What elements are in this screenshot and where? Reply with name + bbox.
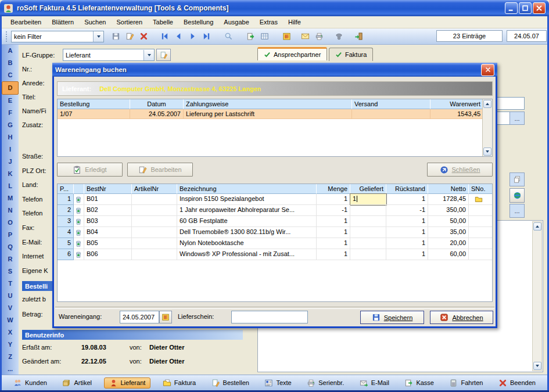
col-netto[interactable]: Netto (428, 184, 469, 194)
order-row[interactable]: 1/07 24.05.2007 Lieferung per Lastschrif… (58, 109, 492, 119)
letter-cell[interactable]: Y (2, 338, 19, 350)
letter-cell[interactable]: J (2, 156, 19, 168)
print-button[interactable] (312, 30, 326, 44)
letter-cell[interactable]: B (2, 57, 19, 69)
letter-cell[interactable]: A (2, 45, 19, 57)
geliefert-edit-cell[interactable]: 1 (350, 194, 386, 205)
tab-ansprechpartner[interactable]: Ansprechpartner (257, 47, 327, 60)
menu-item[interactable]: Sortieren (111, 17, 148, 27)
minimize-button[interactable] (505, 2, 518, 14)
letter-cell[interactable]: R (2, 253, 19, 265)
menu-item[interactable]: Suchen (79, 17, 111, 27)
nav-kasse[interactable]: Kasse (401, 377, 437, 389)
col-datum[interactable]: Datum (130, 99, 184, 109)
col-pos[interactable]: P... (58, 184, 74, 194)
lieferschein-input[interactable] (231, 311, 308, 323)
item-row[interactable]: 5 B05 Nylon Notebooktasche 1 1 20,00 (58, 238, 492, 249)
col-bestnr[interactable]: BestNr (84, 184, 132, 194)
letter-cell[interactable]: K (2, 168, 19, 180)
erledigt-button[interactable]: Erledigt (57, 163, 123, 177)
scroll-up-icon[interactable] (533, 222, 541, 231)
menu-item[interactable]: Hilfe (283, 17, 306, 27)
nav-kunden[interactable]: Kunden (10, 377, 51, 389)
date-picker-button[interactable] (159, 311, 172, 323)
internet-globe-button[interactable] (509, 188, 525, 203)
lf-gruppe-edit-button[interactable] (156, 49, 171, 61)
col-bestellung[interactable]: Bestellung (58, 99, 130, 109)
next-record-button[interactable] (185, 30, 199, 44)
letter-cell[interactable]: ... (2, 362, 19, 375)
letter-cell[interactable]: O (2, 217, 19, 229)
item-row[interactable]: 6 B06 Windows® XP Professional - mit Zus… (58, 249, 492, 260)
nav-faktura[interactable]: Faktura (159, 377, 199, 389)
nav-lieferant[interactable]: Lieferant (104, 377, 151, 389)
scroll-down-icon[interactable] (483, 148, 491, 156)
letter-cell[interactable]: P (2, 229, 19, 241)
last-record-button[interactable] (199, 30, 213, 44)
menu-item[interactable]: Bearbeiten (5, 17, 46, 27)
speichern-button[interactable]: Speichern (360, 311, 424, 324)
col-geliefert[interactable]: Geliefert (350, 184, 386, 194)
nav-email[interactable]: E-Mail (356, 377, 393, 389)
item-row[interactable]: 1 B01 Inspiron 5150 Spezialangebot 1 1 1… (58, 194, 492, 205)
scroll-up-icon[interactable] (483, 100, 491, 108)
tab-faktura[interactable]: Faktura (329, 48, 373, 61)
col-versand[interactable]: Versand (352, 99, 430, 109)
abbrechen-button[interactable]: Abbrechen (430, 311, 493, 324)
exit-button[interactable] (351, 30, 365, 44)
toolbar-grip[interactable] (6, 31, 9, 42)
schliessen-button[interactable]: Schließen (427, 163, 493, 177)
nav-bestellen[interactable]: Bestellen (208, 377, 253, 389)
letter-cell[interactable]: W (2, 314, 19, 326)
menu-item[interactable]: Blättern (46, 17, 79, 27)
save-button[interactable] (109, 30, 123, 44)
letter-cell[interactable]: D (2, 81, 19, 95)
dialog-close-button[interactable] (481, 64, 494, 76)
col-menge[interactable]: Menge (317, 184, 350, 194)
export-button[interactable] (243, 30, 257, 44)
col-bezeichnung[interactable]: Bezeichnung (177, 184, 317, 194)
letter-cell[interactable]: G (2, 119, 19, 131)
folder-icon[interactable] (469, 194, 492, 205)
phone-button[interactable] (332, 30, 346, 44)
nav-serienbrief[interactable]: Serienbr. (303, 377, 347, 389)
table-view-button[interactable] (257, 30, 271, 44)
col-zahlungsweise[interactable]: Zahlungsweise (184, 99, 352, 109)
letter-cell[interactable]: N (2, 204, 19, 217)
previous-record-button[interactable] (171, 30, 185, 44)
letter-cell[interactable]: E (2, 95, 19, 107)
kommentar-scrollbar[interactable] (532, 221, 542, 371)
close-button[interactable] (533, 2, 546, 14)
menu-item[interactable]: Extras (254, 17, 283, 27)
menu-item[interactable]: Ausgabe (218, 17, 254, 27)
kommentar-ellipsis-button[interactable]: ... (509, 204, 525, 218)
letter-cell[interactable]: T (2, 277, 19, 289)
col-sno[interactable]: SNo. (469, 184, 492, 194)
letter-cell[interactable]: U (2, 289, 19, 301)
letter-cell[interactable]: X (2, 326, 19, 338)
chevron-down-icon[interactable] (93, 31, 103, 42)
chevron-down-icon[interactable] (143, 50, 154, 60)
col-icon[interactable] (74, 184, 84, 194)
letter-cell[interactable]: F (2, 107, 19, 119)
letter-cell[interactable]: S (2, 265, 19, 277)
letter-cell[interactable]: I (2, 143, 19, 156)
lf-gruppe-combobox[interactable]: Lieferant (63, 49, 155, 61)
edit-record-button[interactable] (123, 30, 137, 44)
letter-cell[interactable]: H (2, 131, 19, 143)
col-artikelnr[interactable]: ArtikelNr (132, 184, 177, 194)
first-record-button[interactable] (157, 30, 171, 44)
item-row[interactable]: 3 B03 60 GB Festplatte 1 1 50,00 (58, 216, 492, 227)
orders-scrollbar[interactable] (482, 99, 492, 156)
zusatz-ellipsis-button[interactable]: ... (509, 112, 525, 125)
col-warenwert[interactable]: Warenwert (430, 99, 483, 109)
nav-beenden[interactable]: Beenden (495, 377, 539, 389)
menu-item[interactable]: Tabelle (148, 17, 178, 27)
letter-cell[interactable]: V (2, 301, 19, 314)
col-rueckstand[interactable]: Rückstand (386, 184, 428, 194)
bearbeiten-button[interactable]: Bearbeiten (127, 163, 193, 177)
item-row[interactable]: 4 B04 Dell Truemobile® 1300 802.11b/g Wi… (58, 227, 492, 238)
letter-cell[interactable]: L (2, 180, 19, 192)
mail-button[interactable] (298, 30, 312, 44)
nav-texte[interactable]: Texte (261, 377, 295, 389)
